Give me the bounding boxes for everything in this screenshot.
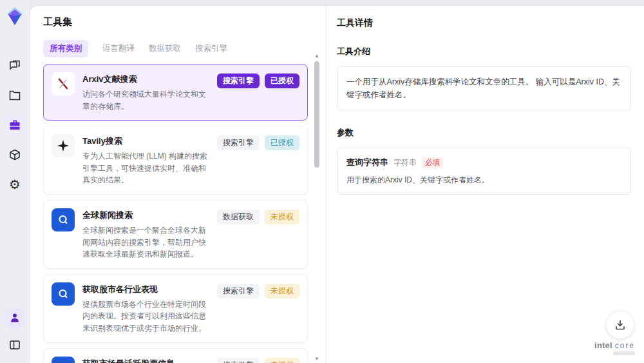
tavily-icon bbox=[52, 134, 75, 157]
scroll-up-icon[interactable]: ▲ bbox=[314, 54, 319, 59]
tool-list: Arxiv文献搜索 访问各个研究领域大量科学论文和文章的存储库。 搜索引擎 已授… bbox=[43, 64, 308, 363]
tab-data-fetching[interactable]: 数据获取 bbox=[149, 40, 181, 57]
scroll-down-icon[interactable]: ▼ bbox=[314, 357, 319, 362]
category-badge: 搜索引擎 bbox=[217, 284, 260, 299]
core-logo-text: core bbox=[615, 341, 635, 350]
category-badge: 搜索引擎 bbox=[217, 358, 260, 363]
download-button[interactable] bbox=[607, 311, 634, 338]
tool-card-sector-performance[interactable]: 获取股市各行业表现 提供股票市场各个行业在特定时间段内的表现。投资者可以利用这些… bbox=[43, 274, 308, 343]
list-scrollbar[interactable]: ▲ ▼ bbox=[313, 54, 321, 363]
tool-name: 获取市场最活跃股票信息 bbox=[82, 358, 209, 363]
params-heading: 参数 bbox=[337, 127, 631, 139]
sidebar-item-chat[interactable] bbox=[5, 55, 25, 76]
auth-badge: 未授权 bbox=[265, 210, 299, 224]
arxiv-icon bbox=[52, 72, 75, 95]
download-icon bbox=[614, 319, 626, 331]
sidebar-item-files[interactable] bbox=[5, 85, 25, 106]
auth-badge: 已授权 bbox=[265, 74, 299, 88]
intro-box: 一个用于从Arxiv存储库搜索科学论文和文章的工具。 输入可以是Arxiv ID… bbox=[337, 66, 631, 110]
panel-layout-icon bbox=[8, 338, 21, 351]
chat-icon bbox=[8, 59, 21, 72]
watermark-sub-mark bbox=[613, 351, 635, 355]
auth-badge: 已授权 bbox=[265, 135, 299, 150]
main-content: 工具集 所有类别 语言翻译 数据获取 搜索引擎 Arxiv文献搜索 访问各个研究… bbox=[30, 5, 644, 363]
news-search-icon bbox=[52, 282, 75, 306]
news-search-icon bbox=[52, 357, 75, 363]
page-title: 工具集 bbox=[43, 16, 308, 28]
param-name: 查询字符串 bbox=[346, 157, 388, 168]
sidebar-item-panel-toggle[interactable] bbox=[5, 335, 25, 355]
category-badge: 搜索引擎 bbox=[217, 135, 260, 150]
sidebar-item-settings[interactable]: ⚙ bbox=[5, 174, 25, 195]
app-logo-icon bbox=[5, 6, 24, 26]
sidebar-item-models[interactable] bbox=[5, 144, 25, 165]
auth-badge: 未授权 bbox=[265, 284, 299, 299]
folder-icon bbox=[8, 89, 21, 102]
tab-all-categories[interactable]: 所有类别 bbox=[43, 40, 88, 57]
tools-list-panel: 工具集 所有类别 语言翻译 数据获取 搜索引擎 Arxiv文献搜索 访问各个研究… bbox=[30, 6, 327, 363]
toolbox-icon bbox=[8, 119, 21, 132]
tool-card-global-news[interactable]: 全球新闻搜索 全球新闻搜索是一个聚合全球各大新闻网站内容的搜索引擎，帮助用户快速… bbox=[43, 200, 308, 269]
cube-icon bbox=[8, 148, 21, 161]
param-required-badge: 必填 bbox=[422, 157, 443, 168]
intel-logo-text: intel bbox=[594, 340, 612, 350]
tool-desc: 提供股票市场各个行业在特定时间段内的表现。投资者可以利用这些信息来识别表现优于或… bbox=[82, 299, 209, 335]
tool-details-panel: 工具详情 工具介绍 一个用于从Arxiv存储库搜索科学论文和文章的工具。 输入可… bbox=[327, 6, 644, 363]
tool-name: 全球新闻搜索 bbox=[82, 210, 209, 221]
param-type: 字符串 bbox=[393, 157, 417, 168]
auth-badge: 未授权 bbox=[265, 358, 299, 363]
sidebar-item-tools[interactable] bbox=[5, 115, 25, 135]
tool-card-tavily[interactable]: Tavily搜索 专为人工智能代理 (LLM) 构建的搜索引擎工具，可快速提供实… bbox=[43, 126, 308, 195]
category-badge: 搜索引擎 bbox=[217, 74, 260, 88]
tool-desc: 专为人工智能代理 (LLM) 构建的搜索引擎工具，可快速提供实时、准确和真实的结… bbox=[82, 150, 209, 186]
scrollbar-thumb[interactable] bbox=[314, 61, 319, 168]
intro-heading: 工具介绍 bbox=[337, 46, 631, 57]
tool-desc: 全球新闻搜索是一个聚合全球各大新闻网站内容的搜索引擎，帮助用户快速获取全球最新资… bbox=[82, 224, 209, 260]
tool-name: 获取股市各行业表现 bbox=[82, 284, 209, 295]
param-card: 查询字符串 字符串 必填 用于搜索的Arxiv ID、关键字或作者姓名。 bbox=[337, 148, 631, 195]
left-sidebar: ⚙ bbox=[0, 0, 30, 363]
tool-desc: 访问各个研究领域大量科学论文和文章的存储库。 bbox=[82, 88, 209, 112]
param-desc: 用于搜索的Arxiv ID、关键字或作者姓名。 bbox=[346, 175, 621, 186]
category-tabs: 所有类别 语言翻译 数据获取 搜索引擎 bbox=[43, 40, 308, 57]
tool-card-arxiv[interactable]: Arxiv文献搜索 访问各个研究领域大量科学论文和文章的存储库。 搜索引擎 已授… bbox=[43, 64, 308, 121]
intel-core-watermark: intel core bbox=[594, 340, 635, 355]
details-title: 工具详情 bbox=[337, 17, 631, 29]
news-search-icon bbox=[52, 208, 75, 231]
sidebar-item-profile[interactable] bbox=[5, 308, 25, 328]
gear-icon: ⚙ bbox=[9, 178, 21, 191]
tool-name: Tavily搜索 bbox=[82, 135, 209, 147]
tool-name: Arxiv文献搜索 bbox=[82, 74, 209, 85]
category-badge: 数据获取 bbox=[217, 210, 260, 224]
user-icon bbox=[9, 312, 21, 324]
tab-language-translation[interactable]: 语言翻译 bbox=[102, 40, 135, 57]
tool-card-most-active-stocks[interactable]: 获取市场最活跃股票信息 提供当天交易量最高的股票列表，投资者可以利用这些信息来识… bbox=[43, 348, 308, 363]
tab-search-engine[interactable]: 搜索引擎 bbox=[195, 40, 227, 57]
